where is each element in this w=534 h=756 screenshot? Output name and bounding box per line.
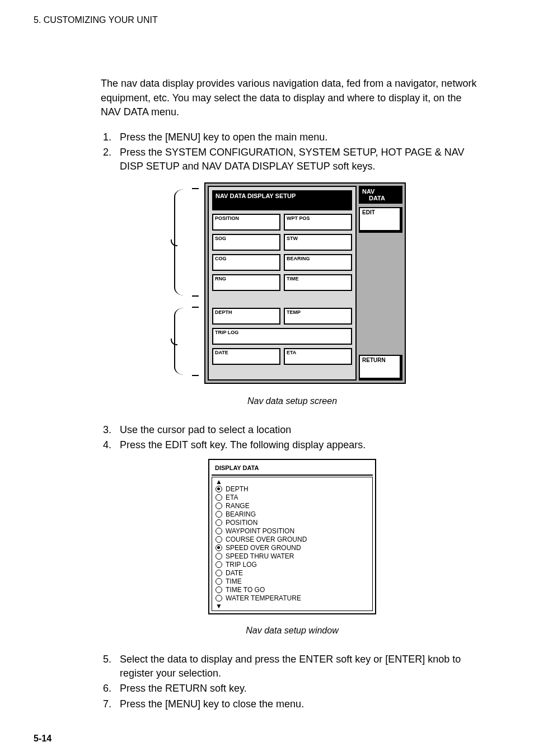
step-1: Press the [MENU] key to open the main me… — [114, 130, 484, 144]
step-list-2: Use the cursor pad to select a location … — [101, 423, 484, 452]
radio-icon[interactable] — [216, 561, 222, 568]
softkey-column: NAV DATA EDIT RETURN — [359, 186, 402, 381]
softkey-title-l2: DATA — [362, 195, 385, 201]
radio-icon[interactable] — [216, 494, 222, 501]
data-option-label: BEARING — [226, 510, 256, 519]
radio-icon[interactable] — [216, 586, 222, 593]
figure2-caption: Nav data setup window — [101, 624, 484, 637]
setup-cell[interactable]: TEMP — [284, 308, 352, 325]
figure-data-select: DISPLAY DATA ▲ DEPTHETARANGEBEARINGPOSIT… — [208, 459, 376, 614]
data-option-row[interactable]: DATE — [216, 569, 369, 577]
step-7: Press the [MENU] key to close the menu. — [114, 697, 484, 711]
data-option-row[interactable]: WATER TEMPERATURE — [216, 594, 369, 603]
intro-paragraph: The nav data display provides various na… — [101, 77, 484, 119]
page: 5. CUSTOMIZING YOUR UNIT The nav data di… — [0, 0, 534, 756]
data-option-row[interactable]: SPEED THRU WATER — [216, 552, 369, 561]
data-window-body: ▲ DEPTHETARANGEBEARINGPOSITIONWAYPOINT P… — [212, 477, 373, 611]
step-2: Press the SYSTEM CONFIGURATION, SYSTEM S… — [114, 145, 484, 173]
data-option-label: SPEED OVER GROUND — [226, 544, 301, 552]
data-option-label: SPEED THRU WATER — [226, 552, 294, 561]
figure-nav-data-setup: NAV DATA DISPLAY SETUP POSITION WPT POS … — [172, 182, 413, 384]
step-5: Select the data to display and press the… — [114, 652, 484, 680]
brace-upper — [174, 189, 192, 295]
data-option-row[interactable]: SPEED OVER GROUND — [216, 544, 369, 552]
data-option-label: DATE — [226, 569, 243, 577]
figure1-caption: Nav data setup screen — [101, 395, 484, 407]
data-option-label: TRIP LOG — [226, 561, 257, 569]
data-option-row[interactable]: POSITION — [216, 519, 369, 527]
setup-cell[interactable]: TIME — [284, 274, 352, 291]
data-option-label: POSITION — [226, 519, 257, 527]
edit-softkey[interactable]: EDIT — [359, 207, 402, 233]
data-option-row[interactable]: DEPTH — [216, 485, 369, 494]
setup-cell[interactable]: TRIP LOG — [212, 328, 352, 345]
data-option-label: WATER TEMPERATURE — [226, 594, 301, 603]
return-softkey[interactable]: RETURN — [359, 355, 402, 381]
softkey-title-l1: NAV — [362, 188, 374, 195]
setup-cell[interactable]: DEPTH — [212, 308, 280, 325]
step-3: Use the cursor pad to select a location — [114, 423, 484, 437]
scroll-down-icon[interactable]: ▼ — [216, 603, 221, 609]
data-option-row[interactable]: TIME TO GO — [216, 586, 369, 594]
radio-icon[interactable] — [216, 519, 222, 526]
radio-icon[interactable] — [216, 570, 222, 576]
radio-icon[interactable] — [216, 553, 222, 560]
data-option-row[interactable]: ETA — [216, 494, 369, 502]
step-list-1: Press the [MENU] key to open the main me… — [101, 130, 484, 174]
data-option-label: COURSE OVER GROUND — [226, 536, 307, 544]
brace-lower — [174, 308, 192, 375]
setup-main-panel: NAV DATA DISPLAY SETUP POSITION WPT POS … — [208, 186, 357, 381]
setup-cell[interactable]: COG — [212, 254, 280, 271]
data-option-label: ETA — [226, 494, 238, 502]
step-6: Press the RETURN soft key. — [114, 682, 484, 696]
radio-icon[interactable] — [216, 595, 222, 602]
setup-cell[interactable]: POSITION — [212, 214, 280, 231]
scroll-up-icon[interactable]: ▲ — [216, 478, 221, 485]
data-option-row[interactable]: COURSE OVER GROUND — [216, 536, 369, 544]
radio-icon[interactable] — [216, 511, 222, 518]
data-option-row[interactable]: BEARING — [216, 510, 369, 519]
setup-cell[interactable]: STW — [284, 234, 352, 251]
radio-icon[interactable] — [216, 528, 222, 534]
data-option-row[interactable]: WAYPOINT POSITION — [216, 527, 369, 536]
setup-header: NAV DATA DISPLAY SETUP — [212, 190, 352, 210]
data-option-row[interactable]: TIME — [216, 577, 369, 586]
data-option-label: TIME TO GO — [226, 586, 265, 594]
radio-icon[interactable] — [216, 536, 222, 543]
step-4: Press the EDIT soft key. The following d… — [114, 438, 484, 452]
step-list-3: Select the data to display and press the… — [101, 652, 484, 711]
softkey-title: NAV DATA — [359, 186, 402, 204]
data-option-label: DEPTH — [226, 485, 249, 494]
data-window-title: DISPLAY DATA — [212, 462, 373, 475]
setup-cell[interactable]: RNG — [212, 274, 280, 291]
data-option-label: TIME — [226, 577, 242, 586]
setup-cell[interactable]: ETA — [284, 348, 352, 365]
radio-icon[interactable] — [216, 503, 222, 509]
radio-icon[interactable] — [216, 544, 222, 551]
setup-cell[interactable]: BEARING — [284, 254, 352, 271]
page-number: 5-14 — [34, 732, 51, 745]
setup-cell[interactable]: DATE — [212, 348, 280, 365]
setup-cell[interactable]: WPT POS — [284, 214, 352, 231]
data-option-row[interactable]: RANGE — [216, 502, 369, 510]
running-head: 5. CUSTOMIZING YOUR UNIT — [34, 14, 489, 26]
data-option-row[interactable]: TRIP LOG — [216, 561, 369, 569]
radio-icon[interactable] — [216, 578, 222, 585]
data-option-label: WAYPOINT POSITION — [226, 527, 294, 536]
setup-cell[interactable]: SOG — [212, 234, 280, 251]
data-option-label: RANGE — [226, 502, 250, 510]
radio-icon[interactable] — [216, 486, 222, 492]
